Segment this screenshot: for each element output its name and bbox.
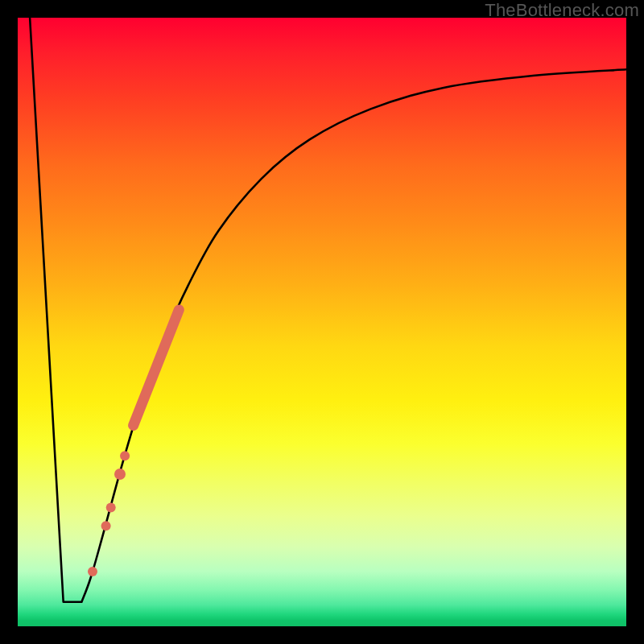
marker-dot [101,521,111,530]
plot-area [18,18,626,626]
marker-dot [106,503,116,513]
chart-svg [18,18,626,626]
curve-salmon-segment [134,310,180,426]
watermark-text: TheBottleneck.com [485,0,639,21]
marker-dot [114,469,126,480]
marker-dot [88,567,97,576]
chart-frame: TheBottleneck.com [0,0,644,644]
marker-dot [120,451,130,460]
curve-main [30,18,626,602]
